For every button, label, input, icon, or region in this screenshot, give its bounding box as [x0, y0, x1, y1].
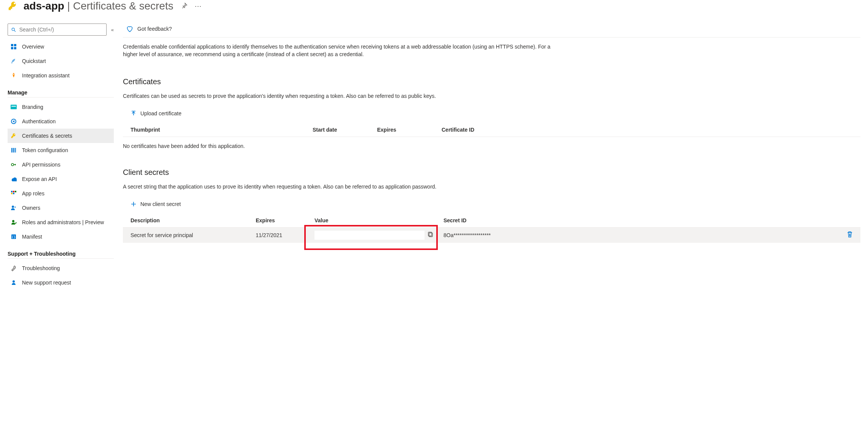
sidebar-item-expose-api[interactable]: Expose an API: [8, 172, 114, 186]
key-icon: [10, 133, 17, 139]
svg-point-24: [13, 280, 15, 283]
sidebar-item-label: API permissions: [22, 162, 60, 168]
svg-point-13: [11, 163, 14, 166]
certificates-table: Thumbprint Start date Expires Certificat…: [123, 123, 860, 137]
feedback-label: Got feedback?: [137, 26, 172, 32]
sidebar-item-label: Troubleshooting: [22, 265, 60, 271]
svg-rect-18: [13, 193, 14, 194]
troubleshooting-icon: [10, 265, 17, 271]
sidebar-item-quickstart[interactable]: Quickstart: [8, 54, 114, 68]
sidebar-nav: Overview Quickstart Integration assistan…: [8, 39, 114, 290]
sidebar-item-label: App roles: [22, 190, 44, 196]
sidebar-item-token-configuration[interactable]: Token configuration: [8, 143, 114, 157]
new-client-secret-label: New client secret: [140, 201, 181, 207]
svg-rect-15: [13, 191, 14, 192]
rocket-icon: [10, 72, 17, 79]
svg-rect-8: [11, 106, 16, 107]
app-name: ads-app: [24, 0, 64, 12]
certificates-table-head: Thumbprint Start date Expires Certificat…: [123, 123, 860, 137]
feedback-link[interactable]: Got feedback?: [123, 24, 860, 38]
sidebar-item-label: Authentication: [22, 118, 56, 124]
secret-expires: 11/27/2021: [256, 232, 314, 238]
sidebar-item-overview[interactable]: Overview: [8, 39, 114, 54]
copy-icon[interactable]: [428, 231, 434, 239]
secret-value-field[interactable]: [314, 231, 425, 240]
search-input[interactable]: [19, 26, 103, 33]
secrets-table-head: Description Expires Value Secret ID: [123, 214, 860, 228]
sidebar: « Overview Quickstart Integration assist…: [8, 24, 114, 290]
sidebar-item-authentication[interactable]: Authentication: [8, 114, 114, 129]
sidebar-item-app-roles[interactable]: App roles: [8, 186, 114, 201]
token-icon: [10, 147, 17, 153]
sidebar-group-manage: Manage: [8, 90, 114, 97]
svg-rect-4: [11, 47, 13, 49]
col-value: Value: [314, 217, 443, 223]
secret-row: Secret for service principal 11/27/2021 …: [123, 228, 860, 243]
svg-rect-10: [11, 148, 13, 152]
plus-icon: [131, 201, 137, 207]
sidebar-item-certificates-secrets[interactable]: Certificates & secrets: [8, 129, 114, 143]
upload-icon: [131, 110, 137, 116]
svg-rect-11: [13, 148, 14, 152]
sidebar-item-label: Certificates & secrets: [22, 133, 72, 139]
app-roles-icon: [10, 190, 17, 196]
expose-api-icon: [10, 176, 17, 182]
sidebar-item-label: New support request: [22, 280, 71, 286]
roles-admins-icon: [10, 219, 17, 225]
sidebar-item-label: Overview: [22, 44, 44, 50]
main-content: Got feedback? Credentials enable confide…: [123, 24, 860, 290]
col-description: Description: [131, 217, 256, 223]
authentication-icon: [10, 118, 17, 124]
api-permissions-icon: [10, 162, 17, 168]
pin-icon[interactable]: [181, 2, 188, 10]
svg-point-0: [12, 28, 14, 30]
col-certificate-id: Certificate ID: [442, 127, 853, 133]
delete-icon[interactable]: [847, 231, 853, 239]
certificates-heading: Certificates: [123, 77, 860, 86]
intro-text: Credentials enable confidential applicat…: [123, 43, 559, 58]
col-expires: Expires: [377, 127, 442, 133]
upload-certificate-label: Upload certificate: [140, 110, 181, 116]
sidebar-item-manifest[interactable]: {} Manifest: [8, 230, 114, 244]
sidebar-item-label: Manifest: [22, 234, 42, 240]
svg-point-20: [14, 206, 16, 208]
upload-certificate-button[interactable]: Upload certificate: [131, 110, 181, 116]
owners-icon: [10, 205, 17, 211]
sidebar-item-branding[interactable]: Branding: [8, 100, 114, 114]
search-icon: [11, 27, 16, 33]
sidebar-item-troubleshooting[interactable]: Troubleshooting: [8, 261, 114, 275]
sidebar-item-new-support-request[interactable]: New support request: [8, 275, 114, 290]
page-header: ads-app | Certificates & secrets ⋯: [8, 0, 860, 12]
page-title: | Certificates & secrets: [67, 0, 173, 12]
col-start-date: Start date: [313, 127, 377, 133]
sidebar-item-api-permissions[interactable]: API permissions: [8, 157, 114, 172]
collapse-sidebar-icon[interactable]: «: [111, 27, 114, 33]
svg-rect-17: [11, 193, 13, 194]
search-box[interactable]: [8, 24, 107, 36]
col-secret-id: Secret ID: [443, 217, 838, 223]
svg-point-6: [13, 74, 14, 75]
key-icon: [8, 1, 18, 11]
branding-icon: [10, 105, 17, 109]
certificates-empty: No certificates have been added for this…: [123, 143, 860, 149]
sidebar-item-label: Integration assistant: [22, 72, 69, 79]
svg-rect-14: [11, 191, 13, 192]
sidebar-item-owners[interactable]: Owners: [8, 201, 114, 215]
svg-line-1: [14, 30, 16, 31]
sidebar-item-integration-assistant[interactable]: Integration assistant: [8, 68, 114, 83]
sidebar-item-label: Expose an API: [22, 176, 57, 182]
svg-rect-2: [11, 44, 13, 46]
secret-id: 8Oa******************: [443, 232, 838, 238]
sidebar-item-roles-admins[interactable]: Roles and administrators | Preview: [8, 215, 114, 230]
svg-rect-16: [15, 191, 16, 192]
support-request-icon: [10, 280, 17, 286]
sidebar-item-label: Quickstart: [22, 58, 46, 64]
new-client-secret-button[interactable]: New client secret: [131, 201, 181, 207]
quickstart-icon: [10, 58, 17, 64]
svg-rect-5: [14, 47, 16, 49]
secrets-table: Description Expires Value Secret ID Secr…: [123, 214, 860, 243]
overview-icon: [10, 44, 17, 50]
svg-rect-12: [15, 148, 16, 152]
more-icon[interactable]: ⋯: [195, 2, 202, 10]
svg-point-19: [12, 206, 14, 208]
